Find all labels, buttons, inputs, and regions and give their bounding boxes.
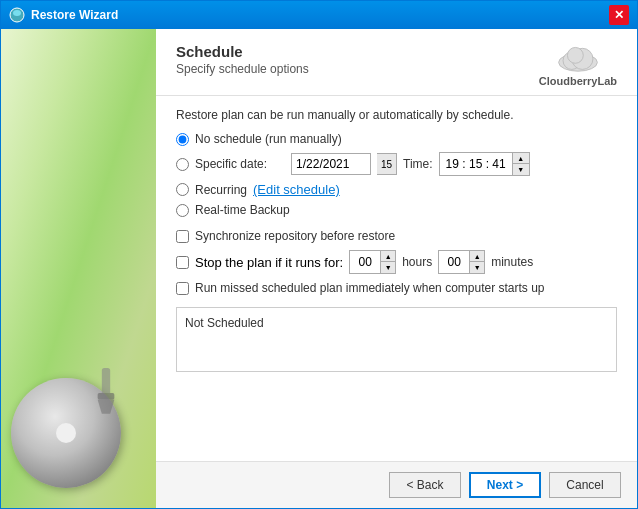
minutes-label: minutes [491, 255, 533, 269]
hours-down-button[interactable]: ▼ [381, 262, 395, 273]
next-button[interactable]: Next > [469, 472, 541, 498]
time-display: 19 : 15 : 41 [440, 153, 512, 175]
run-missed-checkbox[interactable] [176, 282, 189, 295]
hours-input-group: ▲ ▼ [349, 250, 396, 274]
svg-marker-4 [98, 400, 115, 414]
specific-date-section: Specific date: 15 Time: 19 : 15 : 41 ▲ ▼ [176, 152, 617, 176]
main-content: Schedule Specify schedule options Cloudb… [156, 29, 637, 508]
schedule-radio-group: No schedule (run manually) Specific date… [176, 132, 617, 217]
recurring-label[interactable]: Recurring [195, 183, 247, 197]
no-schedule-label[interactable]: No schedule (run manually) [195, 132, 342, 146]
checkbox-group: Synchronize repository before restore St… [176, 229, 617, 295]
sync-repo-row: Synchronize repository before restore [176, 229, 617, 243]
sync-repo-label[interactable]: Synchronize repository before restore [195, 229, 395, 243]
sidebar [1, 29, 156, 508]
stop-plan-checkbox[interactable] [176, 256, 189, 269]
svg-rect-2 [102, 368, 110, 397]
time-input-group: 19 : 15 : 41 ▲ ▼ [439, 152, 530, 176]
sync-repo-checkbox[interactable] [176, 230, 189, 243]
close-button[interactable]: ✕ [609, 5, 629, 25]
logo-area: CloudberryLab [539, 43, 617, 87]
specific-date-radio[interactable] [176, 158, 189, 171]
no-schedule-row: No schedule (run manually) [176, 132, 617, 146]
time-up-button[interactable]: ▲ [513, 153, 529, 164]
description-text: Restore plan can be run manually or auto… [176, 108, 617, 122]
edit-schedule-link[interactable]: (Edit schedule) [253, 182, 340, 197]
footer-buttons: < Back Next > Cancel [156, 461, 637, 508]
run-missed-row: Run missed scheduled plan immediately wh… [176, 281, 617, 295]
minutes-input[interactable] [439, 251, 469, 273]
cloudberry-logo [556, 43, 600, 73]
minutes-spinners: ▲ ▼ [469, 251, 484, 273]
content-header: Schedule Specify schedule options Cloudb… [156, 29, 637, 96]
specific-date-label[interactable]: Specific date: [195, 157, 267, 171]
specific-date-row: Specific date: 15 Time: 19 : 15 : 41 ▲ ▼ [176, 152, 617, 176]
hours-input[interactable] [350, 251, 380, 273]
time-spinners: ▲ ▼ [512, 153, 529, 175]
back-button[interactable]: < Back [389, 472, 461, 498]
time-down-button[interactable]: ▼ [513, 164, 529, 175]
calendar-button[interactable]: 15 [377, 153, 397, 175]
disc-graphic [11, 378, 121, 488]
recurring-row: Recurring (Edit schedule) [176, 182, 617, 197]
realtime-row: Real-time Backup [176, 203, 617, 217]
header-text: Schedule Specify schedule options [176, 43, 309, 76]
minutes-input-group: ▲ ▼ [438, 250, 485, 274]
page-title: Schedule [176, 43, 309, 60]
schedule-output-text: Not Scheduled [185, 316, 264, 330]
stop-plan-row: Stop the plan if it runs for: ▲ ▼ hours [176, 250, 617, 274]
svg-point-1 [13, 10, 21, 16]
title-bar: Restore Wizard ✕ [1, 1, 637, 29]
svg-rect-3 [98, 393, 115, 400]
restore-wizard-window: Restore Wizard ✕ Schedule Specify schedu… [0, 0, 638, 509]
realtime-radio[interactable] [176, 204, 189, 217]
no-schedule-radio[interactable] [176, 133, 189, 146]
recurring-radio[interactable] [176, 183, 189, 196]
run-missed-label[interactable]: Run missed scheduled plan immediately wh… [195, 281, 545, 295]
schedule-form: Restore plan can be run manually or auto… [156, 96, 637, 461]
page-subtitle: Specify schedule options [176, 62, 309, 76]
window-title: Restore Wizard [31, 8, 603, 22]
date-input[interactable] [291, 153, 371, 175]
realtime-label[interactable]: Real-time Backup [195, 203, 290, 217]
hours-up-button[interactable]: ▲ [381, 251, 395, 262]
minutes-up-button[interactable]: ▲ [470, 251, 484, 262]
minutes-down-button[interactable]: ▼ [470, 262, 484, 273]
app-icon [9, 7, 25, 23]
hours-spinners: ▲ ▼ [380, 251, 395, 273]
wrench-icon [86, 368, 126, 418]
time-label: Time: [403, 157, 433, 171]
hours-label: hours [402, 255, 432, 269]
stop-plan-label[interactable]: Stop the plan if it runs for: [195, 255, 343, 270]
schedule-output: Not Scheduled [176, 307, 617, 372]
window-body: Schedule Specify schedule options Cloudb… [1, 29, 637, 508]
svg-point-8 [567, 47, 583, 63]
date-time-controls: 15 Time: 19 : 15 : 41 ▲ ▼ [291, 152, 530, 176]
logo-label: CloudberryLab [539, 75, 617, 87]
cancel-button[interactable]: Cancel [549, 472, 621, 498]
